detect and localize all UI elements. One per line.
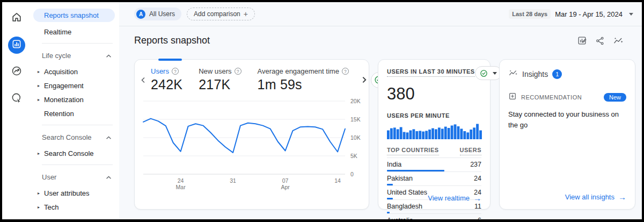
expand-triangle-icon: ▸ <box>35 69 42 74</box>
arrow-right-icon: → <box>618 192 626 202</box>
view-all-insights-link[interactable]: View all insights → <box>565 192 626 202</box>
previous-metrics-button[interactable] <box>140 74 147 86</box>
next-metrics-button[interactable] <box>361 74 368 86</box>
metric-label: Average engagement time <box>258 67 339 75</box>
svg-text:5K: 5K <box>350 153 357 159</box>
app-rail <box>2 2 31 219</box>
country-name: United States <box>387 189 427 196</box>
expand-triangle-icon: ▸ <box>35 83 42 88</box>
sidebar-item-acquisition[interactable]: ▸Acquisition <box>31 65 119 78</box>
svg-text:10K: 10K <box>350 134 361 141</box>
section-header-life-cycle[interactable]: Life cycle <box>31 49 119 62</box>
users-column-header[interactable]: USERS <box>460 147 481 155</box>
sidebar-divider <box>42 164 113 165</box>
help-icon[interactable]: ? <box>172 68 179 75</box>
insights-sparkline-icon[interactable] <box>613 35 624 46</box>
date-range-badge: Last 28 days <box>509 9 551 19</box>
metric-users-tab[interactable]: Users? 242K <box>151 67 182 92</box>
view-realtime-link[interactable]: View realtime → <box>428 194 481 203</box>
chevron-up-icon <box>106 52 112 60</box>
metric-value: 242K <box>151 77 182 92</box>
realtime-quality-dropdown[interactable] <box>475 66 502 80</box>
sidebar-item-engagement[interactable]: ▸Engagement <box>31 79 119 92</box>
link-label: View realtime <box>428 194 470 202</box>
top-countries-header[interactable]: TOP COUNTRIES <box>387 147 439 155</box>
insights-title: Insights <box>522 70 548 78</box>
page-title: Reports snapshot <box>134 35 210 46</box>
reports-analytics-icon <box>11 39 22 52</box>
section-header-search-console[interactable]: Search Console <box>31 131 119 144</box>
users-last-30min-value: 380 <box>387 84 481 104</box>
svg-text:14: 14 <box>334 177 341 184</box>
caret-down-icon <box>629 13 633 16</box>
sidebar-item-label: Search Console <box>44 149 94 157</box>
comparison-topbar: A All Users Add comparison + Last 28 day… <box>119 2 642 26</box>
sidebar-item-user-attributes[interactable]: ▸User attributes <box>31 187 119 200</box>
expand-triangle-icon: ▸ <box>35 205 42 210</box>
country-name: Bangladesh <box>387 203 422 210</box>
sidebar-item-tech[interactable]: ▸Tech <box>31 200 119 214</box>
new-badge: New <box>604 93 626 102</box>
customize-report-button[interactable] <box>576 35 587 46</box>
country-bar <box>387 198 393 199</box>
country-users-value: 237 <box>470 161 481 168</box>
all-users-chip[interactable]: A All Users <box>134 8 181 20</box>
help-icon[interactable]: ? <box>342 68 349 75</box>
sidebar-item-realtime[interactable]: Realtime <box>33 25 115 39</box>
countries-table-header: TOP COUNTRIES USERS <box>387 147 481 158</box>
all-users-label: All Users <box>149 10 175 18</box>
overview-metrics-card: Users? 242K New users? 217K Average enga… <box>134 59 369 210</box>
svg-text:24: 24 <box>178 177 184 184</box>
explore-icon <box>11 65 23 79</box>
audience-avatar: A <box>136 10 145 19</box>
section-header-user[interactable]: User <box>31 170 119 183</box>
country-row: Australia6 <box>387 214 481 219</box>
country-users-value: 6 <box>478 217 481 219</box>
chevron-up-icon <box>106 173 112 181</box>
svg-text:0: 0 <box>350 171 354 177</box>
sidebar-item-monetization[interactable]: ▸Monetization <box>31 93 119 106</box>
metric-value: 1m 59s <box>258 77 349 92</box>
add-box-icon <box>508 92 517 103</box>
sidebar-item-label: Reports snapshot <box>44 11 99 19</box>
chevron-up-icon <box>106 133 112 141</box>
section-label: User <box>42 173 56 181</box>
recommendation-text[interactable]: Stay connected to your business on the g… <box>508 109 620 130</box>
users-line-chart[interactable]: 05K10K15K20K24Mar3107Apr14 <box>142 98 364 195</box>
nav-explore-button[interactable] <box>8 63 25 81</box>
countries-table: India237Pakistan24United States24Banglad… <box>387 158 481 219</box>
date-range-picker[interactable]: Last 28 days Mar 19 - Apr 15, 2024 <box>509 9 633 19</box>
check-circle-icon <box>480 69 488 77</box>
page-header: Reports snapshot <box>119 26 642 46</box>
country-name: Australia <box>387 217 413 219</box>
expand-triangle-icon: ▸ <box>35 97 42 102</box>
sidebar-item-reports-snapshot[interactable]: Reports snapshot <box>33 9 115 22</box>
nav-reports-button[interactable] <box>8 37 25 54</box>
date-range-text: Mar 19 - Apr 15, 2024 <box>555 10 623 18</box>
add-comparison-label: Add comparison <box>194 10 240 18</box>
realtime-card: USERS IN LAST 30 MINUTES 380 USERS PER M… <box>378 59 491 210</box>
selected-metric-indicator <box>158 59 182 61</box>
metric-new-users-tab[interactable]: New users? 217K <box>199 67 241 92</box>
sidebar-item-search-console[interactable]: ▸Search Console <box>31 147 119 160</box>
link-label: View all insights <box>565 193 614 201</box>
country-row: Pakistan24 <box>387 172 481 186</box>
sidebar-item-label: User attributes <box>44 189 90 197</box>
users-per-minute-chart[interactable] <box>387 123 481 141</box>
add-comparison-button[interactable]: Add comparison + <box>187 8 255 20</box>
realtime-title: USERS IN LAST 30 MINUTES <box>387 68 475 77</box>
sidebar-item-label: Engagement <box>44 82 84 90</box>
arrow-right-icon: → <box>473 194 481 203</box>
sidebar-item-retention[interactable]: ▸Retention <box>31 107 119 120</box>
sidebar-divider <box>42 125 113 125</box>
home-icon <box>11 11 23 25</box>
nav-advertising-button[interactable] <box>8 90 25 108</box>
help-icon[interactable]: ? <box>235 68 241 75</box>
metric-value: 217K <box>199 77 241 92</box>
expand-triangle-icon: ▸ <box>35 151 42 156</box>
share-icon[interactable] <box>595 35 605 46</box>
svg-text:Apr: Apr <box>281 184 290 190</box>
nav-home-button[interactable] <box>8 10 25 27</box>
country-row: India237 <box>387 158 481 172</box>
metric-avg-engagement-tab[interactable]: Average engagement time? 1m 59s <box>258 67 349 92</box>
